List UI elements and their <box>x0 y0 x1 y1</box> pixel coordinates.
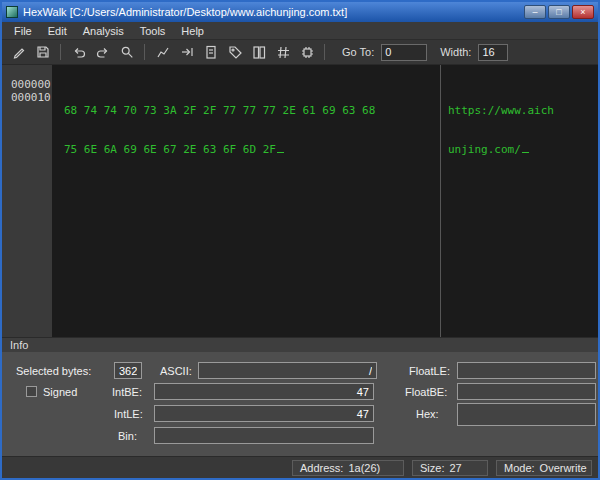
selected-bytes-field[interactable] <box>114 362 142 379</box>
ascii-row: https://www.aich <box>448 104 554 117</box>
width-label: Width: <box>440 46 471 58</box>
floatbe-field[interactable] <box>457 383 596 400</box>
menu-analysis[interactable]: Analysis <box>75 23 132 39</box>
goto-icon[interactable] <box>176 42 197 62</box>
width-input[interactable] <box>478 44 508 61</box>
tags-icon[interactable] <box>224 42 245 62</box>
ascii-row: unjing.com/ <box>448 143 554 156</box>
menu-tools[interactable]: Tools <box>132 23 174 39</box>
hex-column[interactable]: 68 74 74 70 73 3A 2F 2F 77 77 77 2E 61 6… <box>52 65 375 337</box>
ascii-cursor <box>522 143 529 153</box>
info-panel-title: Info <box>2 337 598 352</box>
ascii-column[interactable]: https://www.aich unjing.com/ <box>448 78 554 182</box>
menu-file[interactable]: File <box>6 23 40 39</box>
app-icon <box>6 6 18 18</box>
intle-field[interactable] <box>154 405 374 422</box>
minimize-button[interactable]: – <box>524 5 546 19</box>
menubar: File Edit Analysis Tools Help <box>2 22 598 40</box>
status-mode: Mode: Overwrite <box>496 460 592 476</box>
undo-icon[interactable] <box>68 42 89 62</box>
floatle-label: FloatLE: <box>409 365 450 377</box>
app-window: HexWalk [C:/Users/Administrator/Desktop/… <box>0 0 600 480</box>
toolbar-separator <box>144 44 145 60</box>
toolbar: Go To: Width: <box>2 40 598 65</box>
cpu-icon[interactable] <box>296 42 317 62</box>
signed-label: Signed <box>43 386 77 398</box>
intbe-label: IntBE: <box>112 386 142 398</box>
diff-icon[interactable] <box>248 42 269 62</box>
ascii-field[interactable] <box>198 362 377 379</box>
toolbar-separator <box>60 44 61 60</box>
address-gutter: 000000 000010 <box>2 65 52 337</box>
address-cell: 000000 <box>11 78 52 91</box>
hex-value-field[interactable] <box>457 403 596 426</box>
ascii-label: ASCII: <box>160 365 192 377</box>
hex-editor: 000000 000010 68 74 74 70 73 3A 2F 2F 77… <box>2 65 598 337</box>
toolbar-separator <box>324 44 325 60</box>
status-mode-value: Overwrite <box>540 462 587 474</box>
checksum-icon[interactable] <box>272 42 293 62</box>
address-cell: 000010 <box>11 91 52 104</box>
menu-help[interactable]: Help <box>173 23 212 39</box>
hex-value-label: Hex: <box>416 408 439 420</box>
bin-field[interactable] <box>154 427 374 444</box>
bin-label: Bin: <box>118 430 137 442</box>
save-icon[interactable] <box>32 42 53 62</box>
floatle-field[interactable] <box>457 362 596 379</box>
signed-checkbox[interactable] <box>26 386 37 397</box>
status-address-value: 1a(26) <box>348 462 380 474</box>
status-size-label: Size: <box>420 462 444 474</box>
status-mode-label: Mode: <box>504 462 535 474</box>
hex-row: 75 6E 6A 69 6E 67 2E 63 6F 6D 2F <box>64 143 375 156</box>
goto-label: Go To: <box>342 46 374 58</box>
selected-bytes-label: Selected bytes: <box>16 365 91 377</box>
hex-ascii-divider <box>440 65 441 337</box>
search-icon[interactable] <box>116 42 137 62</box>
hex-row: 68 74 74 70 73 3A 2F 2F 77 77 77 2E 61 6… <box>64 104 375 117</box>
status-address-label: Address: <box>300 462 343 474</box>
info-panel: Selected bytes: ASCII: FloatLE: Signed I… <box>2 352 598 456</box>
goto-input[interactable] <box>381 44 427 61</box>
status-size: Size: 27 <box>412 460 488 476</box>
menu-edit[interactable]: Edit <box>40 23 75 39</box>
statusbar: Address: 1a(26) Size: 27 Mode: Overwrite <box>2 456 598 478</box>
strings-icon[interactable] <box>200 42 221 62</box>
hex-cursor <box>277 143 284 153</box>
chart-icon[interactable] <box>152 42 173 62</box>
maximize-button[interactable]: □ <box>548 5 570 19</box>
titlebar[interactable]: HexWalk [C:/Users/Administrator/Desktop/… <box>2 2 598 22</box>
status-address: Address: 1a(26) <box>292 460 404 476</box>
intbe-field[interactable] <box>154 383 374 400</box>
intle-label: IntLE: <box>114 408 143 420</box>
redo-icon[interactable] <box>92 42 113 62</box>
status-size-value: 27 <box>449 462 461 474</box>
window-controls: – □ × <box>524 5 594 19</box>
edit-icon[interactable] <box>8 42 29 62</box>
window-title: HexWalk [C:/Users/Administrator/Desktop/… <box>23 6 519 18</box>
floatbe-label: FloatBE: <box>405 386 447 398</box>
close-button[interactable]: × <box>572 5 594 19</box>
